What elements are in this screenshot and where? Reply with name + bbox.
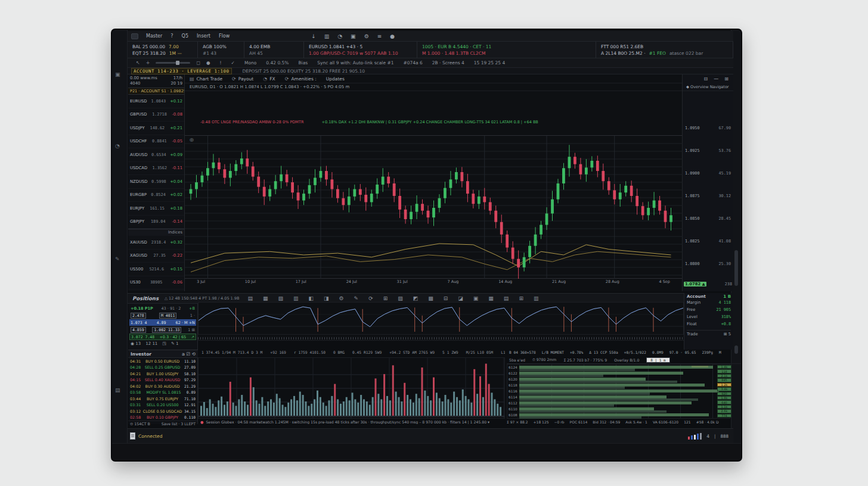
panel-toolbar-icon[interactable]: ▣	[473, 295, 479, 301]
dom-cell[interactable]: 1.2k	[717, 383, 731, 387]
menu-item[interactable]: Flow	[215, 33, 234, 39]
panel-toolbar-icon[interactable]: ◨	[324, 295, 329, 301]
quote-panel[interactable]: 4.00 EMBAH 45	[244, 42, 304, 58]
quote-panel[interactable]: BAL 25 000.007.00EQT 25 318.201M —	[128, 42, 198, 58]
panel-toolbar-icon[interactable]: ◧	[308, 295, 314, 301]
panel-toolbar-icon[interactable]: ▧	[278, 295, 283, 301]
heatmap-control[interactable]: 5ba e'ed	[509, 358, 525, 362]
watchlist-row[interactable]: AUDUSD0.6534+0.09	[128, 148, 184, 162]
panel-toolbar-icon[interactable]: ⚙	[339, 295, 344, 301]
toolbar-chip[interactable]: !	[220, 60, 222, 66]
menu-icon[interactable]: ▥	[324, 33, 330, 39]
panel-toolbar-icon[interactable]: ▩	[428, 295, 433, 301]
ladder-current-price[interactable]: 1.0782 ▲238	[684, 282, 732, 286]
watchlist-row[interactable]: USDCHF0.8841-0.05	[128, 135, 184, 149]
toolbar-chip[interactable]: 2B · Screens 4	[432, 60, 464, 66]
left-dock-rail[interactable]: ▣◔✎▤	[112, 30, 128, 443]
dock-tab-icon[interactable]: ✎	[115, 256, 120, 262]
order-log-row[interactable]: 03:58MODIFY SL 1.08150.89	[128, 390, 197, 396]
toolbar-chip[interactable]: Bias	[298, 60, 308, 66]
dom-cell[interactable]: 1.8k	[717, 396, 731, 400]
ladder-icon[interactable]: ⊟	[704, 76, 708, 82]
panel-toolbar-icon[interactable]: ✎	[354, 295, 359, 301]
ladder-row[interactable]: 1.085028.45	[685, 216, 731, 221]
ladder-row[interactable]: 1.087530.12	[685, 194, 731, 198]
dom-cell[interactable]: 1.4k	[717, 365, 731, 369]
ladder-row[interactable]: 1.090045.19	[685, 171, 731, 176]
dock-tab-icon[interactable]: ◔	[115, 143, 120, 149]
dom-cell[interactable]: 118	[717, 369, 731, 373]
watchlist-row[interactable]: EURUSD1.0843+0.12	[128, 95, 184, 108]
order-icon[interactable]: 12 11	[145, 341, 157, 346]
order-log-row[interactable]: 04:21BUY 1.00 USDJPY58.10	[128, 370, 197, 377]
order-log-row[interactable]: 03:12CLOSE 0.50 USDCAD34.15	[128, 408, 197, 415]
dock-tab-icon[interactable]: ▣	[115, 71, 120, 77]
watchlist-row[interactable]: USDJPY148.62+0.21	[128, 122, 184, 135]
menu-icon[interactable]: ◔	[337, 33, 342, 39]
toolbar-chip[interactable]: 15 19 25 25 4	[474, 60, 505, 66]
order-log-row[interactable]: 04:31BUY 0.50 EURUSD11.10	[128, 358, 197, 364]
order-log-row[interactable]: 04:02BUY 0.30 AUDUSD21.29	[128, 383, 197, 390]
watchlist-row[interactable]: US5005214.6+0.15	[128, 263, 184, 276]
account-badge[interactable]: ACCOUNT 114-233 · LEVERAGE 1:100	[131, 68, 232, 74]
watchlist-row[interactable]: XAGUSD27.35-0.22	[128, 250, 184, 263]
chart-tab[interactable]: Updates	[326, 76, 345, 82]
dom-cell[interactable]: 774	[717, 414, 731, 418]
quote-panel[interactable]: EURUSD 1.0841 +43 · 51.00 GBP/USD-C 7019…	[304, 42, 417, 58]
menu-item[interactable]: Q5	[178, 33, 193, 39]
selected-order-row[interactable]: 1.073 44.8962 · M +N	[129, 319, 196, 326]
menu-icon[interactable]: ●	[390, 33, 395, 39]
heatmap-input-chip[interactable]: 8 | 1 m	[646, 357, 669, 363]
dom-cell[interactable]: 1.1k	[717, 405, 731, 409]
magnifier-icon[interactable]: ◎	[190, 137, 194, 142]
dom-cell[interactable]: 640	[717, 400, 731, 404]
chart-tab[interactable]: ⟳Payout	[232, 76, 253, 82]
volume-histogram[interactable]	[198, 357, 505, 419]
panel-toolbar-icon[interactable]: ▦	[488, 295, 494, 301]
panel-toolbar-icon[interactable]: ◩	[413, 295, 418, 301]
menu-icon[interactable]: ↓	[311, 33, 316, 39]
heatmap-control[interactable]: ⏱ 9780 2mm	[532, 357, 557, 362]
ladder-header-icons[interactable]: ⊟—⊞	[683, 74, 733, 83]
dom-cell[interactable]: 845	[717, 378, 731, 382]
quote-panel[interactable]: AGB 100%#1 43	[198, 42, 244, 58]
dom-cell[interactable]: 2.1k	[717, 374, 731, 378]
investor-header-icons[interactable]: a ⚂ ⟲	[182, 351, 196, 357]
dom-cell[interactable]: 2.6k	[717, 409, 731, 413]
dock-tab-icon[interactable]: ▤	[115, 387, 120, 393]
panel-toolbar-icon[interactable]: ▥	[534, 295, 539, 301]
ladder-row[interactable]: 1.095067.90	[685, 126, 731, 130]
heatmap-control[interactable]: Overlay B/1.0	[614, 358, 639, 362]
quote-panel[interactable]: 1005 · EUR B 4.5440 · CET · 11M 1.000 · …	[417, 42, 596, 58]
ladder-icon[interactable]: —	[714, 76, 718, 82]
candlestick-plot[interactable]: ◎	[185, 135, 682, 278]
menu-icon[interactable]: ⚙	[364, 33, 369, 39]
panel-toolbar-icon[interactable]: ⟳	[368, 295, 373, 301]
panel-toolbar-icon[interactable]: ▦	[263, 295, 268, 301]
toolbar-chip[interactable]: ●	[206, 60, 210, 66]
quote-panel[interactable]: FTT 000 R51 2.6EBA 2L14 B0O 25.M2 ·#1 FE…	[596, 42, 733, 58]
cursor-icon[interactable]: ↖	[136, 60, 140, 66]
toolbar-chip[interactable]: #074a 6	[403, 60, 422, 66]
watchlist-row[interactable]: NZDUSD0.5998+0.04	[128, 175, 184, 189]
camera-icon[interactable]: ◻	[196, 60, 200, 66]
ladder-icon[interactable]: ⊞	[724, 76, 728, 82]
order-icon[interactable]: ◳	[162, 341, 166, 346]
watchlist-row[interactable]: EURJPY161.15+0.18	[128, 202, 184, 216]
heatmap-control[interactable]: Σ 25.7 703 b7 · 775% 9	[563, 358, 607, 362]
menu-item[interactable]: Master	[142, 33, 166, 39]
journal-icon[interactable]	[130, 432, 135, 440]
watchlist-row[interactable]: USDCAD1.3562-0.11	[128, 162, 184, 176]
chart-tab[interactable]: ◔FX	[263, 76, 275, 82]
buy-row[interactable]: 3.072 7.48+0.3 · 42 | 65↗	[129, 334, 196, 340]
pending-order-row[interactable]: 4.8591.002 11.331 ⊞	[129, 326, 196, 333]
dom-cell[interactable]: 3.4k	[717, 387, 731, 391]
panel-toolbar-icon[interactable]: ⊞	[519, 295, 523, 301]
panel-toolbar-icon[interactable]: ⊟	[444, 295, 448, 301]
menu-item[interactable]: Insert	[193, 33, 215, 39]
investor-header[interactable]: Investora ⚂ ⟲	[128, 350, 198, 358]
positions-label[interactable]: Positions	[132, 295, 159, 301]
order-log-row[interactable]: 03:31SELL 0.20 US50012.91	[128, 402, 197, 409]
panel-toolbar-icon[interactable]: ⊞	[383, 295, 388, 301]
watchlist-row[interactable]: GBPJPY189.04-0.14	[128, 216, 184, 229]
